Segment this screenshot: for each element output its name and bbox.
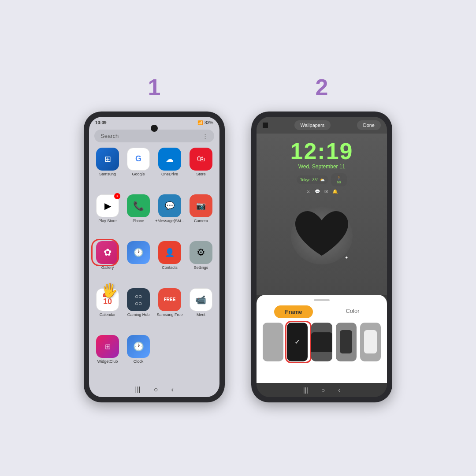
contacts-icon: 👤 (158, 241, 181, 264)
samsung-free-icon: FREE (158, 288, 181, 311)
step-2-number: 2 (316, 74, 328, 100)
done-button[interactable]: Done (357, 120, 381, 130)
app-clock[interactable]: 🕐 Clock (124, 335, 152, 379)
tab-frame[interactable]: Frame (274, 305, 312, 318)
step-2: 2 Wallpapers Done 12:19 Wed, September 1… (251, 74, 392, 402)
app-google[interactable]: G Google (124, 148, 152, 192)
app-grid: ⊞ Samsung G Google ☁ (89, 146, 219, 381)
main-container: 1 10:09 📶 83% Search ⋮ (66, 56, 410, 420)
lockscreen-editor: Wallpapers Done 12:19 Wed, September 11 … (257, 117, 387, 397)
app-playstore-label: Play Store (98, 219, 117, 223)
app-phone[interactable]: 📞 Phone (124, 194, 152, 238)
app-contacts[interactable]: 👤 Contacts (155, 241, 184, 285)
heart-wallpaper: ✦ (286, 198, 357, 269)
app-contacts-label: Contacts (162, 265, 178, 270)
step-1-number: 1 (148, 74, 161, 100)
status-time: 10:09 (95, 120, 107, 125)
phone-2: Wallpapers Done 12:19 Wed, September 11 … (251, 112, 392, 402)
frame-option-dark2[interactable] (336, 323, 357, 361)
search-label: Search (100, 133, 119, 139)
app-samsung-free[interactable]: FREE Samsung Free (155, 288, 184, 332)
nav-home-icon-2[interactable]: ○ (321, 387, 325, 394)
app-samsung-free-label: Samsung Free (157, 312, 183, 317)
clock-widget-icon: 🕐 (127, 241, 150, 264)
nav-home-icon[interactable]: ○ (154, 386, 158, 394)
weather-city: Tokyo (300, 178, 311, 182)
settings-icon: ⚙ (190, 241, 212, 264)
frame-options: ✓ (263, 323, 381, 361)
playstore-icon: ▶ 1 (96, 194, 119, 217)
frame-option-light2[interactable] (360, 323, 381, 361)
app-gaming[interactable]: ○○○○ Gaming Hub (124, 288, 152, 332)
app-samsung-label: Samsung (99, 172, 116, 177)
lock-icon-3: ✉ (324, 189, 328, 194)
frame-option-split[interactable] (311, 323, 332, 361)
app-meet-label: Meet (197, 312, 205, 317)
store-icon: 🛍 (190, 148, 212, 171)
weather-widget: Tokyo 33° ⛅ (297, 175, 328, 184)
home-screen: 10:09 📶 83% Search ⋮ (89, 117, 219, 397)
playstore-badge: 1 (114, 193, 120, 199)
editor-top-bar: Wallpapers Done (257, 117, 387, 134)
wifi-icon: 📶 (197, 120, 203, 125)
clock-icon: 🕐 (127, 335, 150, 358)
widgetclub-icon: ⊞ (96, 335, 119, 358)
nav-bar-2: ||| ○ ‹ (257, 383, 387, 397)
phone-icon: 📞 (127, 194, 150, 217)
app-playstore[interactable]: ▶ 1 Play Store (93, 194, 122, 238)
app-google-label: Google (132, 172, 145, 177)
lock-icon-1: ⚔ (306, 189, 310, 194)
status-icons: 📶 83% (197, 120, 213, 125)
app-onedrive[interactable]: ☁ OneDrive (155, 148, 184, 192)
steps-icon: 🚶 (337, 175, 342, 180)
frame-option-light[interactable] (263, 323, 283, 361)
lock-status-icons: ⚔ 💬 ✉ 🔔 (306, 189, 338, 194)
lock-widgets: Tokyo 33° ⛅ 🚶 69 (297, 173, 347, 186)
nav-recent-icon[interactable]: ||| (135, 386, 140, 394)
app-gallery[interactable]: ✿ Gallery 🖐 (93, 241, 122, 285)
gallery-highlight-ring (91, 239, 119, 266)
app-widgetclub-label: WidgetClub (97, 359, 118, 364)
app-store[interactable]: 🛍 Store (187, 148, 215, 192)
app-message-label: +Message(SM... (155, 219, 184, 223)
app-camera[interactable]: 📷 Camera (187, 194, 215, 238)
app-widgetclub[interactable]: ⊞ WidgetClub (93, 335, 122, 379)
app-camera-label: Camera (194, 219, 208, 223)
more-icon[interactable]: ⋮ (202, 133, 208, 139)
lock-time: 12:19 (290, 140, 353, 163)
app-settings[interactable]: ⚙ Settings (187, 241, 215, 285)
tab-color[interactable]: Color (336, 305, 369, 318)
app-calendar-label: Calendar (100, 312, 116, 317)
message-icon: 💬 (158, 194, 181, 217)
phone-2-screen: Wallpapers Done 12:19 Wed, September 11 … (257, 117, 387, 397)
panel-handle (314, 299, 330, 301)
app-phone-label: Phone (133, 219, 144, 223)
frame-panel: Frame Color ✓ (257, 295, 387, 383)
frame-option-dark[interactable]: ✓ (287, 323, 308, 361)
lock-date: Wed, September 11 (298, 164, 346, 170)
app-gaming-label: Gaming Hub (127, 312, 150, 317)
frame-checkmark: ✓ (294, 338, 300, 346)
meet-icon: 📹 (190, 288, 212, 311)
step-1: 1 10:09 📶 83% Search ⋮ (84, 74, 225, 402)
app-clock-label: Clock (134, 359, 144, 364)
nav-back-icon[interactable]: ‹ (171, 386, 173, 394)
lock-icon-4: 🔔 (332, 189, 338, 194)
weather-temp: 33° (312, 178, 318, 182)
notch-2 (263, 123, 268, 128)
app-onedrive-label: OneDrive (161, 172, 178, 177)
nav-bar-1: ||| ○ ‹ (89, 381, 219, 397)
app-settings-label: Settings (194, 265, 208, 270)
app-clock-widget[interactable]: 🕐 (124, 241, 152, 285)
lock-icon-2: 💬 (315, 189, 320, 194)
app-message[interactable]: 💬 +Message(SM... (155, 194, 184, 238)
nav-back-icon-2[interactable]: ‹ (338, 387, 340, 394)
app-meet[interactable]: 📹 Meet (187, 288, 215, 332)
tabs-row: Frame Color (263, 305, 381, 318)
gaming-icon: ○○○○ (127, 288, 150, 311)
app-samsung[interactable]: ⊞ Samsung (93, 148, 122, 192)
steps-count: 69 (337, 180, 341, 184)
battery-icon: 83% (205, 120, 213, 125)
wallpapers-button[interactable]: Wallpapers (294, 120, 331, 130)
nav-recent-icon-2[interactable]: ||| (303, 387, 308, 394)
